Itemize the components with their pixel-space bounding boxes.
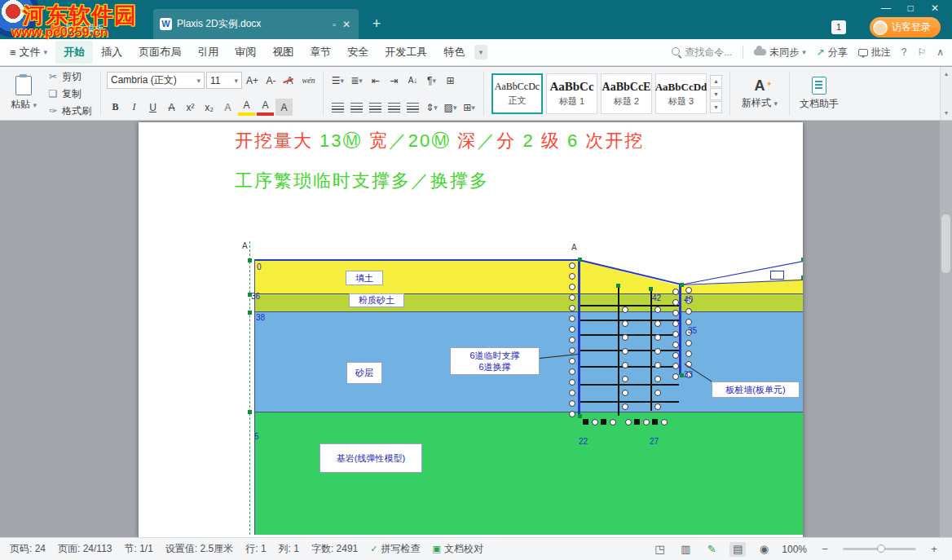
tab-security[interactable]: 安全 [339, 41, 377, 64]
style-heading2[interactable]: AaBbCcE 标题 2 [601, 73, 652, 114]
align-left-button[interactable] [329, 99, 346, 116]
find-command-box[interactable]: 查找命令... [672, 46, 732, 60]
justify-button[interactable] [386, 99, 403, 116]
decrease-font-button[interactable]: A- [262, 72, 280, 89]
subscript-button[interactable]: x₂ [201, 99, 218, 116]
numbering-button[interactable]: ≣▾ [348, 72, 365, 89]
underline-button[interactable]: U [144, 99, 161, 116]
align-center-button[interactable] [348, 99, 365, 116]
help-icon[interactable]: ? [901, 46, 907, 58]
pin-icon[interactable]: ⚐ [917, 46, 926, 58]
file-menu[interactable]: ≡ 文件 ▾ [0, 45, 55, 60]
vertical-scrollbar[interactable] [940, 121, 952, 537]
tab-preview-icon[interactable]: ▫ [333, 20, 336, 29]
borders-button[interactable]: ⊞▾ [461, 99, 478, 116]
find-command-label: 查找命令... [685, 46, 732, 60]
minimize-button[interactable]: — [874, 0, 898, 18]
copy-button[interactable]: ❏ 复制 [47, 87, 91, 101]
fullscreen-icon[interactable]: ◳ [651, 542, 668, 557]
tab-insert[interactable]: 插入 [93, 41, 130, 64]
proofread-button[interactable]: ▣ 文档校对 [433, 542, 483, 556]
text-effects-button[interactable]: A [219, 99, 236, 116]
style-heading3[interactable]: AaBbCcDd 标题 3 [655, 73, 707, 114]
clear-format-button[interactable]: A [281, 72, 298, 89]
tab-review[interactable]: 审阅 [227, 41, 264, 64]
tab-view[interactable]: 视图 [264, 41, 302, 64]
close-button[interactable]: ✕ [923, 0, 947, 18]
zoom-out-button[interactable]: − [817, 542, 833, 557]
page-view-icon[interactable]: ▤ [729, 542, 746, 557]
new-tab-button[interactable]: + [368, 15, 385, 33]
increase-font-button[interactable]: A+ [244, 72, 261, 89]
eye-protect-icon[interactable]: ◉ [756, 542, 772, 557]
new-style-button[interactable]: A✦ 新样式 ▾ [734, 69, 785, 118]
style-sample: AaBbCcDc [495, 81, 540, 93]
anchor-node-circle [569, 358, 575, 364]
anchor-node-circle [622, 376, 628, 382]
tab-page-layout[interactable]: 页面布局 [130, 41, 189, 64]
tab-close-icon[interactable]: ✕ [341, 19, 352, 30]
cut-button[interactable]: ✂ 剪切 [47, 70, 91, 84]
font-name-select[interactable]: Cambria (正文) ▾ [107, 72, 205, 89]
doc-assistant-button[interactable]: 文档助手 [794, 69, 844, 118]
distribute-button[interactable] [404, 99, 421, 116]
plaxis-model-figure: 填土 粉质砂土 砂层 6道临时支撑 6道换撑 板桩墙(板单元) 基岩(线弹性模型… [240, 241, 803, 537]
doc-count-badge[interactable]: 1 [831, 20, 846, 34]
gallery-down-button[interactable]: ▾ [710, 88, 722, 100]
document-tab[interactable]: W Plaxis 2D实例.docx ▫ ✕ [153, 9, 359, 39]
line-spacing-button[interactable]: ⇕▾ [423, 99, 440, 116]
maximize-button[interactable]: □ [898, 0, 923, 18]
font-color-button[interactable]: A [257, 99, 274, 116]
decrease-indent-button[interactable]: ⇤ [367, 72, 384, 89]
bold-button[interactable]: B [107, 99, 124, 116]
gallery-up-button[interactable]: ▴ [710, 75, 722, 87]
share-button[interactable]: ↗ 分享 [817, 46, 848, 60]
styles-gallery: AaBbCcDc 正文 AaBbCc 标题 1 AaBbCcE 标题 2 AaB… [488, 69, 725, 118]
highlight-color-button[interactable]: A [238, 99, 255, 116]
tab-home[interactable]: 开始 [55, 41, 93, 64]
superscript-button[interactable]: x² [182, 99, 199, 116]
tab-section[interactable]: 章节 [302, 41, 339, 64]
ribbon-scroll-down-icon[interactable]: ▾ [945, 109, 948, 117]
style-heading1[interactable]: AaBbCc 标题 1 [546, 73, 597, 114]
bullets-button[interactable]: ☰▾ [329, 72, 346, 89]
zoom-in-button[interactable]: + [926, 542, 942, 557]
guest-login-button[interactable]: 访客登录 [870, 17, 941, 37]
paragraph-shading-button[interactable]: ▨▾ [442, 99, 459, 116]
italic-button[interactable]: I [126, 99, 143, 116]
show-marks-button[interactable]: ¶▾ [423, 72, 440, 89]
pinyin-guide-button[interactable]: wén [300, 72, 317, 89]
strikethrough-button[interactable]: A [163, 99, 180, 116]
document-canvas[interactable]: 开挖量大 13Ⓜ 宽／20Ⓜ 深／分 2 级 6 次开挖 工序繁琐临时支撑多／换… [0, 121, 952, 537]
tab-dev-tools[interactable]: 开发工具 [377, 41, 435, 64]
format-painter-button[interactable]: ✑ 格式刷 [47, 104, 91, 118]
increase-indent-button[interactable]: ⇥ [386, 72, 403, 89]
zoom-slider-thumb[interactable] [877, 545, 885, 553]
anchor-node-circle [622, 306, 628, 313]
comment-button[interactable]: 批注 [858, 46, 891, 60]
zoom-value[interactable]: 100% [782, 544, 807, 555]
character-shading-button[interactable]: A [275, 99, 293, 116]
docer-template-tab[interactable]: 稻壳模板 [51, 22, 104, 36]
zoom-slider[interactable] [843, 548, 916, 550]
scrollbar-thumb[interactable] [941, 214, 950, 273]
multipage-view-icon[interactable]: ▥ [677, 542, 694, 557]
status-word-count[interactable]: 字数: 2491 [311, 542, 358, 556]
collapse-ribbon-icon[interactable]: ∧ [937, 46, 944, 58]
heading-segment: 深 [451, 130, 477, 151]
paste-button[interactable]: 粘贴 ▾ [5, 69, 42, 118]
ribbon-scroll-up-icon[interactable]: ▴ [945, 70, 948, 77]
text-layout-button[interactable]: ⊞ [442, 72, 459, 89]
style-normal[interactable]: AaBbCcDc 正文 [491, 73, 543, 114]
tab-special-features[interactable]: 特色 [435, 41, 473, 64]
tabs-overflow-button[interactable]: ▾ [474, 45, 487, 60]
spell-check-button[interactable]: ✓ 拼写检查 [370, 542, 420, 556]
document-page[interactable]: 开挖量大 13Ⓜ 宽／20Ⓜ 深／分 2 级 6 次开挖 工序繁琐临时支撑多／换… [139, 122, 803, 537]
sync-status-button[interactable]: 未同步 ▾ [754, 46, 806, 60]
sort-button[interactable]: A↓ [404, 72, 421, 89]
align-right-button[interactable] [367, 99, 384, 116]
gallery-more-button[interactable]: ▾ [710, 101, 722, 113]
font-size-select[interactable]: 11 ▾ [206, 72, 242, 89]
tab-references[interactable]: 引用 [189, 41, 227, 64]
edit-mode-pen-icon[interactable]: ✎ [703, 542, 720, 557]
